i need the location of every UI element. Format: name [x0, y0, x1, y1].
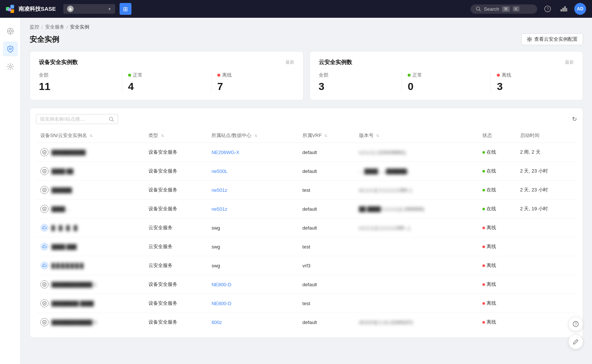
col-version-sort[interactable]: ⇅ [376, 134, 379, 138]
cell-site[interactable]: 600z [207, 313, 298, 332]
table-row: ██████████ 设备安全服务 NE206WG-X default v.1.… [36, 143, 577, 162]
cell-site[interactable]: ne500L [207, 162, 298, 181]
table-row: ████ ... 设备安全服务 ne501z default ██ ████ 1… [36, 200, 577, 218]
cell-type: 设备安全服务 [144, 200, 207, 218]
cell-site[interactable]: NE206WG-X [207, 143, 298, 162]
view-cloud-config-button[interactable]: 查看云安全实例配置 [521, 33, 583, 45]
refresh-button[interactable]: ↻ [572, 116, 577, 123]
device-offline-label: 离线 [217, 72, 294, 79]
instance-name-text: ████ ███ [51, 244, 77, 250]
site-link[interactable]: ne501z [211, 187, 227, 193]
user-avatar[interactable]: AD [574, 3, 586, 15]
status-dot [482, 264, 485, 267]
chevron-down-icon: ▼ [108, 7, 111, 11]
cell-version: v5.0.0.0( 1.11.12345157) [355, 313, 478, 332]
col-name-sort[interactable]: ⇅ [90, 134, 93, 138]
cell-name: ████ ██ [36, 162, 144, 181]
table-search-input[interactable] [40, 116, 107, 122]
shield-icon [40, 299, 49, 307]
col-site-sort[interactable]: ⇅ [254, 134, 257, 138]
table-row: ██████ 设备安全服务 ne501z test v1.1.1.1( 1.1.… [36, 181, 577, 200]
version-text: v.1.1.1.( 1234156661) [359, 150, 406, 155]
logo: 南凌科技SASE [6, 5, 56, 13]
cell-name: █ █ █ █ █ █ █ [36, 256, 144, 275]
global-search-bar[interactable]: Search ⌘ K [471, 4, 537, 14]
analytics-nav-button[interactable] [558, 3, 570, 15]
device-offline-value: 7 [217, 81, 294, 93]
svg-rect-9 [561, 9, 562, 11]
nav-square-button[interactable]: ⊞ [120, 3, 131, 15]
instance-name-text: ██████ [51, 187, 72, 193]
cell-version [355, 294, 478, 313]
cell-version: v.1.1.1.( 1234156661) [355, 143, 478, 162]
breadcrumb-monitor[interactable]: 监控 [30, 24, 39, 30]
instances-table: 设备SN/云安全实例名 ⇅ 类型 ⇅ 所属站点/数据中心 ⇅ 所属VRF [36, 128, 577, 331]
table-row: █ █ █ █ █ █ █ 云安全服务 swg vrf3 离线 [36, 256, 577, 275]
uptime-text: 2 天, 23 小时 [520, 168, 548, 174]
status-text: 离线 [486, 319, 496, 325]
cell-uptime [516, 237, 577, 256]
col-type-sort[interactable]: ⇅ [161, 134, 164, 138]
version-text: v5.0.0.0( 1.11.12345157) [359, 320, 413, 325]
site-link[interactable]: 600z [211, 320, 222, 325]
cloud-icon [40, 243, 49, 251]
cell-site: swg [207, 237, 298, 256]
cell-status: 离线 [478, 294, 516, 313]
site-link[interactable]: ne500L [211, 168, 227, 174]
cell-site[interactable]: NE800-D [207, 294, 298, 313]
cell-uptime [516, 256, 577, 275]
device-online-metric: 正常 4 [128, 72, 211, 93]
status-text: 离线 [486, 300, 496, 307]
site-link[interactable]: NE800-D [211, 282, 231, 287]
status-text: 在线 [486, 168, 496, 174]
col-vrf-sort[interactable]: ⇅ [324, 134, 327, 138]
stats-row: 设备安全实例数 最新 全部 11 正常 [30, 51, 583, 100]
version-text: ██ ████ 1.1.1.1.(1.1000000) [359, 206, 424, 212]
user-selector[interactable]: ▼ [63, 4, 115, 14]
table-search-wrap[interactable] [36, 114, 118, 124]
table-row: ████ ██ 设备安全服务 ne500L default ... ████ .… [36, 162, 577, 181]
status-text: 在线 [486, 187, 496, 193]
status-text: 离线 [486, 281, 496, 288]
cell-site[interactable]: ne501z [207, 181, 298, 200]
cell-type: 设备安全服务 [144, 313, 207, 332]
svg-point-32 [44, 303, 45, 304]
sidebar-item-security[interactable] [3, 41, 18, 56]
float-edit-button[interactable] [568, 334, 583, 349]
svg-point-29 [44, 246, 46, 247]
main-content: 监控 / 安全服务 / 安全实例 安全实例 查看云安全实例配置 设备安全实例数 [21, 18, 592, 364]
cell-status: 离线 [478, 275, 516, 294]
device-all-metric: 全部 11 [39, 72, 122, 93]
sidebar-item-monitor[interactable] [3, 24, 18, 39]
device-stats-metrics: 全部 11 正常 4 离线 [39, 72, 294, 93]
svg-point-21 [529, 39, 531, 40]
shield-icon [40, 167, 49, 175]
cell-version: ██ ████ 1.1.1.1.(1.1000000) [355, 200, 478, 218]
status-dot [482, 170, 485, 173]
cell-status: 在线 [478, 162, 516, 181]
uptime-text: 2 周, 2 天 [520, 149, 541, 155]
instance-name-text: █ . █ . █ . █ [51, 225, 77, 231]
cell-site[interactable]: NE800-D [207, 275, 298, 294]
svg-point-30 [44, 264, 46, 266]
site-link[interactable]: ne501z [211, 206, 227, 212]
sidebar-item-settings[interactable] [3, 59, 18, 74]
table-toolbar: ↻ [36, 114, 577, 124]
site-text: swg [211, 225, 220, 231]
shield-icon [40, 318, 49, 326]
cell-vrf: default [298, 200, 355, 218]
table-search-icon [109, 117, 114, 122]
help-nav-button[interactable]: ? [542, 3, 553, 15]
site-link[interactable]: NE206WG-X [211, 150, 239, 155]
topnav: 南凌科技SASE ▼ ⊞ Search ⌘ K ? [0, 0, 592, 18]
float-help-button[interactable]: ? [568, 317, 583, 331]
col-name: 设备SN/云安全实例名 ⇅ [36, 128, 144, 143]
cell-site[interactable]: ne501z [207, 200, 298, 218]
svg-text:?: ? [575, 322, 577, 326]
svg-rect-10 [562, 8, 564, 11]
site-link[interactable]: NE800-D [211, 301, 231, 306]
table-header-row: 设备SN/云安全实例名 ⇅ 类型 ⇅ 所属站点/数据中心 ⇅ 所属VRF [36, 128, 577, 143]
device-online-value: 4 [128, 81, 205, 93]
status-text: 离线 [486, 243, 496, 250]
breadcrumb-security-service[interactable]: 安全服务 [45, 24, 64, 30]
